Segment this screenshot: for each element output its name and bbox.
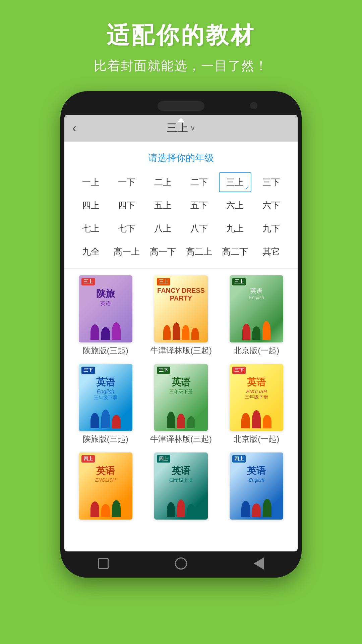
book-cover-3: 三上 英语 English bbox=[230, 275, 283, 342]
book-badge-1: 三上 bbox=[81, 278, 95, 285]
current-grade-label: 三上 bbox=[167, 121, 188, 136]
book-badge-8: 四上 bbox=[157, 455, 170, 463]
grade-popup: 请选择你的年级 一上 一下 二上 二下 三上 三下 四上 四下 五上 五下 六上… bbox=[64, 142, 298, 269]
book-item-2[interactable]: 三上 FANCY DRESS PARTY 牛津译林版(三起) bbox=[143, 272, 219, 361]
grade-item-h1b[interactable]: 高一下 bbox=[146, 242, 179, 262]
book-badge-9: 四上 bbox=[232, 455, 246, 463]
book-cover-6: 三下 英语 ENGLISH 三年级下册 bbox=[230, 364, 283, 431]
header-title[interactable]: 三上 ∨ bbox=[167, 121, 195, 136]
grade-item-1a[interactable]: 一上 bbox=[74, 172, 107, 192]
book-label-4: 陕旅版(三起) bbox=[83, 434, 128, 444]
book-label-3: 北京版(一起) bbox=[234, 345, 279, 356]
nav-square-icon bbox=[98, 558, 109, 569]
book-item-4[interactable]: 三下 英语 English 三年级下册 陕 bbox=[68, 361, 143, 449]
book-cover-5: 三下 英语 三年级下册 bbox=[154, 364, 208, 431]
book-item-3[interactable]: 三上 英语 English 北京版(一起) bbox=[219, 272, 294, 361]
book-label-6: 北京版(一起) bbox=[234, 434, 279, 444]
grade-item-9a[interactable]: 九上 bbox=[219, 219, 252, 238]
book-item-8[interactable]: 四上 英语 四年级上册 bbox=[143, 449, 219, 527]
grade-item-9all[interactable]: 九全 bbox=[74, 242, 107, 262]
grade-item-9b[interactable]: 九下 bbox=[255, 219, 288, 238]
book-badge-7: 四上 bbox=[81, 455, 95, 463]
back-button[interactable]: ‹ bbox=[72, 121, 76, 135]
grade-item-5a[interactable]: 五上 bbox=[146, 196, 179, 215]
nav-square-btn[interactable] bbox=[93, 556, 113, 571]
app-background: 适配你的教材 比着封面就能选，一目了然！ ‹ 三上 ∨ 请选择你的年级 bbox=[0, 0, 362, 644]
book-item-7[interactable]: 四上 英语 ENGLISH bbox=[68, 449, 143, 527]
grade-item-8b[interactable]: 八下 bbox=[183, 219, 216, 238]
book-item-5[interactable]: 三下 英语 三年级下册 牛津译林版(三起) bbox=[143, 361, 219, 449]
nav-back-icon bbox=[254, 557, 264, 570]
book-grid-area: 三上 陕旅 英语 陕旅版(三起) bbox=[64, 269, 298, 551]
book-badge-2: 三上 bbox=[157, 278, 170, 285]
grade-item-1b[interactable]: 一下 bbox=[111, 172, 143, 192]
book-grid: 三上 陕旅 英语 陕旅版(三起) bbox=[64, 269, 298, 530]
book-badge-4: 三下 bbox=[81, 367, 95, 374]
book-item-6[interactable]: 三下 英语 ENGLISH 三年级下册 北 bbox=[219, 361, 294, 449]
phone-bottom-bar bbox=[64, 551, 298, 574]
nav-back-btn[interactable] bbox=[249, 556, 269, 571]
grade-item-7a[interactable]: 七上 bbox=[74, 219, 107, 238]
grade-item-3a[interactable]: 三上 bbox=[219, 172, 252, 192]
grade-item-h2b[interactable]: 高二下 bbox=[219, 242, 252, 262]
nav-circle-icon bbox=[175, 557, 187, 570]
book-label-1: 陕旅版(三起) bbox=[83, 345, 128, 356]
grade-item-6a[interactable]: 六上 bbox=[219, 196, 252, 215]
grade-item-4b[interactable]: 四下 bbox=[111, 196, 143, 215]
book-label-5: 牛津译林版(三起) bbox=[150, 434, 212, 444]
book-cover-1: 三上 陕旅 英语 bbox=[79, 275, 132, 342]
book-badge-5: 三下 bbox=[157, 367, 170, 374]
book-badge-3: 三上 bbox=[232, 278, 246, 285]
book-cover-2: 三上 FANCY DRESS PARTY bbox=[154, 275, 208, 342]
book-cover-8: 四上 英语 四年级上册 bbox=[154, 452, 208, 520]
grade-grid: 一上 一下 二上 二下 三上 三下 四上 四下 五上 五下 六上 六下 七上 七… bbox=[74, 172, 288, 262]
book-item-9[interactable]: 四上 英语 English bbox=[219, 449, 294, 527]
grade-item-2b[interactable]: 二下 bbox=[183, 172, 216, 192]
grade-item-h1a[interactable]: 高一上 bbox=[111, 242, 143, 262]
popup-arrow bbox=[177, 118, 185, 122]
book-item-1[interactable]: 三上 陕旅 英语 陕旅版(三起) bbox=[68, 272, 143, 361]
grade-item-2a[interactable]: 二上 bbox=[146, 172, 179, 192]
grade-item-8a[interactable]: 八上 bbox=[146, 219, 179, 238]
phone-speaker bbox=[158, 101, 204, 111]
grade-item-4a[interactable]: 四上 bbox=[74, 196, 107, 215]
book-cover-9: 四上 英语 English bbox=[230, 452, 283, 520]
phone-camera bbox=[250, 102, 257, 109]
grade-item-7b[interactable]: 七下 bbox=[111, 219, 143, 238]
book-cover-4: 三下 英语 English 三年级下册 bbox=[79, 364, 132, 431]
grade-item-other[interactable]: 其它 bbox=[255, 242, 288, 262]
phone-screen: ‹ 三上 ∨ 请选择你的年级 一上 一下 二上 二下 三上 三下 bbox=[64, 115, 298, 551]
book-cover-7: 四上 英语 ENGLISH bbox=[79, 452, 132, 520]
book-badge-6: 三下 bbox=[232, 367, 246, 374]
phone-frame: ‹ 三上 ∨ 请选择你的年级 一上 一下 二上 二下 三上 三下 bbox=[60, 91, 302, 578]
grade-item-6b[interactable]: 六下 bbox=[255, 196, 288, 215]
nav-circle-btn[interactable] bbox=[171, 556, 191, 571]
book-label-2: 牛津译林版(三起) bbox=[150, 345, 212, 356]
grade-item-3b[interactable]: 三下 bbox=[255, 172, 288, 192]
page-title-sub: 比着封面就能选，一目了然！ bbox=[94, 57, 268, 74]
grade-item-5b[interactable]: 五下 bbox=[183, 196, 216, 215]
phone-top-bar bbox=[64, 95, 298, 115]
grade-popup-title: 请选择你的年级 bbox=[74, 152, 288, 164]
chevron-down-icon: ∨ bbox=[190, 124, 195, 132]
grade-item-h2a[interactable]: 高二上 bbox=[183, 242, 216, 262]
page-title-main: 适配你的教材 bbox=[107, 20, 255, 51]
